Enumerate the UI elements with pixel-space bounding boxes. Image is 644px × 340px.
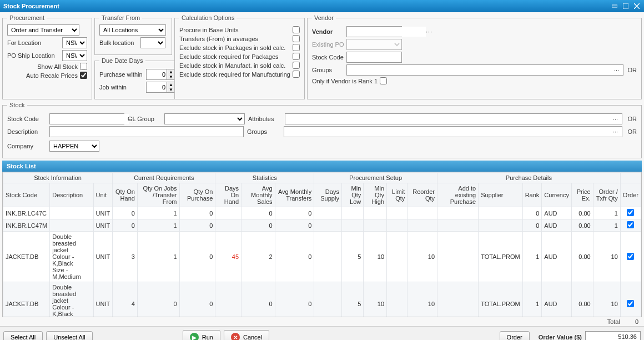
column-header[interactable]: Stock Code [3,183,50,207]
filter-groups-box[interactable]: ··· [284,126,622,137]
cell-code: INK.BR.LC47C [3,207,50,219]
order-checkbox[interactable] [627,221,634,228]
calc-option-checkbox[interactable] [293,44,300,51]
cell-mqh: 10 [364,232,387,282]
show-all-stock-checkbox[interactable] [80,63,87,70]
column-header[interactable]: Days On Hand [215,183,242,207]
cell-ord[interactable] [620,219,641,232]
po-ship-location-select[interactable]: NSW [62,50,87,61]
cell-rank: 1 [522,282,542,318]
vendor-groups-lookup-icon[interactable]: ··· [611,67,623,73]
column-header[interactable]: Qty On Hand [113,183,138,207]
cell-qoh: 3 [113,232,138,282]
calc-option-checkbox[interactable] [293,26,300,33]
calc-option-checkbox[interactable] [293,35,300,42]
table-row[interactable]: INK.BR.LC47MUNIT010000AUD0.001 [3,219,641,232]
gl-group-select[interactable] [164,113,245,124]
column-header[interactable]: Add to existing Purchase [437,183,479,207]
order-button[interactable]: Order [500,331,530,340]
procurement-legend: Procurement [7,14,47,21]
transfer-from-select[interactable]: All Locations [99,24,166,36]
attributes-box[interactable]: ··· [285,113,622,124]
purchase-within-input[interactable] [146,69,167,80]
maximize-icon[interactable] [622,2,630,10]
select-all-button[interactable]: Select All [3,331,43,340]
calc-option-checkbox[interactable] [293,71,300,78]
transfer-from-panel: Transfer From All Locations Bulk locatio… [94,14,172,55]
column-header[interactable]: Reorder Qty [407,183,437,207]
filter-description-input[interactable] [49,126,244,137]
column-header[interactable]: Days Supply [314,183,342,207]
column-header[interactable]: Price Ex. [571,183,593,207]
column-header[interactable]: Rank [522,183,542,207]
vendor-lookup-icon[interactable]: ··· [426,28,432,35]
dock-icon[interactable] [611,2,618,10]
column-header[interactable]: Description [50,183,93,207]
only-if-rank1-label: Only if Vendor is Rank 1 [312,78,378,84]
order-checkbox[interactable] [627,300,634,307]
run-button[interactable]: ▶Run [183,330,220,340]
cancel-button[interactable]: ✕Cancel [224,330,269,340]
column-header[interactable]: Qty On Purchase [179,183,215,207]
cell-mql: 5 [341,282,363,318]
purchase-within-label: Purchase within [99,71,144,78]
vendor-stock-code-input[interactable] [346,52,402,63]
column-group-header: Procurement Setup [314,173,437,183]
cell-ord[interactable] [620,282,641,318]
table-row[interactable]: JACKET.DBDouble breasted jacket Colour -… [3,232,641,282]
close-icon[interactable] [633,2,641,10]
job-within-down-icon[interactable]: ▼ [167,87,175,92]
cell-rq [407,219,437,232]
auto-recalc-prices-checkbox[interactable] [80,72,87,79]
cell-lq [387,219,407,232]
column-header[interactable]: Min Qty Low [341,183,363,207]
title-bar: Stock Procurement [0,0,644,12]
purchase-within-down-icon[interactable]: ▼ [167,74,175,79]
column-header[interactable]: Avg Monthly Transfers [275,183,314,207]
procurement-mode-select[interactable]: Order and Transfer [7,24,79,36]
column-header[interactable]: Order / Txfr Qty [593,183,620,207]
filter-groups-input[interactable] [284,127,610,137]
order-checkbox[interactable] [627,253,634,260]
job-within-up-icon[interactable]: ▲ [167,82,175,87]
unselect-all-button[interactable]: Unselect All [46,331,92,340]
column-header[interactable]: Qty On Jobs /Transfer From [137,183,179,207]
attributes-input[interactable] [285,114,610,124]
column-header[interactable]: Supplier [479,183,523,207]
column-header[interactable]: Avg Monthly Sales [242,183,275,207]
purchase-within-up-icon[interactable]: ▲ [167,69,175,74]
company-select[interactable]: HAPPEN [49,141,99,152]
attributes-lookup-icon[interactable]: ··· [610,116,622,122]
grid-total-line: Total 0 [0,317,644,326]
column-header[interactable]: Limit Qty [387,183,407,207]
filter-stock-code-input[interactable] [50,114,129,124]
column-header[interactable]: Unit [93,183,113,207]
calc-option-checkbox[interactable] [293,53,300,60]
for-location-select[interactable]: NSW [62,37,87,48]
cell-unit: UNIT [93,219,113,232]
job-within-input[interactable] [146,82,167,93]
table-row[interactable]: INK.BR.LC47CUNIT010000AUD0.001 [3,207,641,219]
stock-grid[interactable]: Stock InformationCurrent RequirementsSta… [2,172,642,317]
column-header[interactable]: Currency [542,183,572,207]
column-header[interactable]: Min Qty High [364,183,387,207]
cell-ord[interactable] [620,232,641,282]
vendor-groups-input[interactable] [347,65,611,75]
stock-filter-panel: Stock Stock Code ··· GL Group Attributes… [2,102,642,158]
vendor-groups-box[interactable]: ··· [346,64,623,76]
due-date-days-panel: Due Date Days Purchase within▲▼ Job with… [94,57,180,99]
vendor-input[interactable] [347,27,426,37]
filter-groups-lookup-icon[interactable]: ··· [610,128,622,135]
table-row[interactable]: JACKET.DBDouble breasted jacket Colour -… [3,282,641,318]
cell-mqh: 10 [364,282,387,318]
only-if-rank1-checkbox[interactable] [380,77,387,84]
cell-ord[interactable] [620,207,641,219]
calc-option-checkbox[interactable] [293,62,300,69]
svg-rect-1 [623,3,628,9]
column-header[interactable]: Order [620,183,641,207]
vendor-legend: Vendor [312,14,336,21]
cell-qoj: 1 [137,219,179,232]
bulk-location-select[interactable] [140,37,165,48]
order-checkbox[interactable] [627,209,634,216]
calculation-options-panel: Calculation Options Procure in Base Unit… [174,14,305,99]
